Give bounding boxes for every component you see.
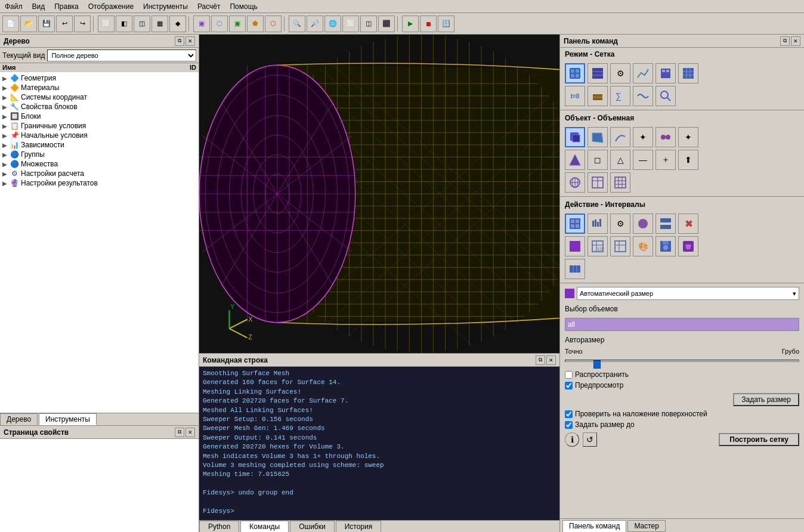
mode-btn-search[interactable] — [655, 86, 676, 106]
menu-edit[interactable]: Правка — [52, 1, 81, 12]
act-btn-3[interactable]: ⚙ — [610, 214, 630, 234]
tree-item-result-settings[interactable]: ▶ 🔮 Настройки результатов — [1, 178, 197, 188]
tree-item-geometry[interactable]: ▶ 🔷 Геометрия — [1, 73, 197, 83]
act-btn-4[interactable] — [633, 214, 653, 234]
expand-materials[interactable]: ▶ — [2, 85, 10, 91]
info-btn[interactable]: ℹ — [565, 432, 579, 447]
right-close-btn[interactable]: ✕ — [791, 36, 800, 46]
obj-btn-node[interactable]: ✦ — [678, 127, 698, 147]
tb-view3[interactable]: ◫ — [134, 16, 150, 32]
cmd-restore-btn[interactable]: ⧉ — [536, 355, 545, 365]
volume-input[interactable] — [565, 318, 799, 331]
build-mesh-btn[interactable]: Построить сетку — [719, 433, 799, 446]
mode-btn-calc[interactable] — [655, 63, 676, 83]
expand-result[interactable]: ▶ — [2, 180, 10, 187]
cmd-tab-errors[interactable]: Ошибки — [290, 521, 335, 532]
tb-box1[interactable]: ⬜ — [342, 16, 359, 32]
cmd-tab-history[interactable]: История — [336, 521, 382, 532]
tb-view4[interactable]: ▦ — [151, 16, 168, 32]
act-btn-grid2[interactable] — [610, 236, 630, 256]
tree-item-sets[interactable]: ▶ 🔵 Множества — [1, 159, 197, 169]
tb-zoom-in[interactable]: 🔍 — [289, 16, 305, 32]
obj-btn-table2[interactable] — [610, 172, 630, 193]
act-btn-purple[interactable] — [565, 236, 585, 256]
menu-help[interactable]: Помощь — [227, 1, 259, 12]
mode-btn-chart[interactable] — [633, 63, 653, 83]
tb-orbit[interactable]: 🌐 — [324, 16, 341, 32]
tree-restore-btn[interactable]: ⧉ — [175, 36, 184, 46]
obj-btn-web[interactable] — [565, 172, 585, 193]
tb-view2[interactable]: ◧ — [116, 16, 132, 32]
tb-mesh4[interactable]: ⬟ — [247, 16, 264, 32]
tb-redo[interactable]: ↪ — [74, 16, 91, 32]
autosize-dropdown[interactable]: Автоматический размер ▾ — [577, 287, 799, 300]
cb-sizeto-label[interactable]: Задать размер до — [575, 420, 635, 429]
act-btn-1[interactable] — [565, 214, 585, 234]
act-btn-2[interactable] — [587, 214, 608, 234]
slider-track[interactable] — [565, 356, 799, 366]
tree-item-dependencies[interactable]: ▶ 📊 Зависимости — [1, 140, 197, 150]
obj-btn-line[interactable]: ― — [633, 150, 653, 170]
cmd-content[interactable]: Smoothing Surface Mesh Generated 160 fac… — [199, 367, 559, 520]
tree-close-btn[interactable]: ✕ — [185, 36, 195, 46]
cb-preview[interactable] — [565, 382, 573, 389]
obj-btn-up[interactable]: ⬆ — [678, 150, 698, 170]
tb-mesh5[interactable]: ⬡ — [265, 16, 282, 32]
tb-run[interactable]: ▶ — [402, 16, 419, 32]
expand-block-props[interactable]: ▶ — [2, 104, 10, 110]
mode-btn-bar[interactable] — [587, 86, 608, 106]
mode-btn-formula[interactable]: ∑ — [610, 86, 630, 106]
tb-view5[interactable]: ◆ — [169, 16, 186, 32]
tree-item-coord[interactable]: ▶ 📐 Системы координат — [1, 92, 197, 102]
tb-mesh2[interactable]: ⬡ — [211, 16, 228, 32]
tb-num[interactable]: 🔢 — [438, 16, 454, 32]
cb-sizeto[interactable] — [565, 421, 573, 429]
expand-blocks[interactable]: ▶ — [2, 113, 10, 120]
cb-overlap[interactable] — [565, 410, 573, 418]
props-restore-btn[interactable]: ⧉ — [175, 428, 184, 437]
menu-tools[interactable]: Инструменты — [141, 1, 190, 12]
mode-btn-settings[interactable]: ⚙ — [610, 63, 630, 83]
set-size-btn[interactable]: Задать размер — [733, 393, 799, 406]
obj-btn-group[interactable] — [655, 127, 676, 147]
tb-zoom-out[interactable]: 🔎 — [307, 16, 323, 32]
expand-boundary[interactable]: ▶ — [2, 123, 10, 129]
tb-mesh1[interactable]: ▣ — [193, 16, 210, 32]
mode-btn-time[interactable]: t=0 — [565, 86, 585, 106]
tb-undo[interactable]: ↩ — [56, 16, 73, 32]
current-view-select[interactable]: Полное дерево — [47, 50, 196, 61]
expand-groups[interactable]: ▶ — [2, 151, 10, 158]
expand-geometry[interactable]: ▶ — [2, 75, 10, 82]
viewport-3d[interactable]: X Z Y — [199, 35, 559, 353]
mode-btn-mesh[interactable] — [565, 63, 585, 83]
tree-item-materials[interactable]: ▶ 🔶 Материалы — [1, 83, 197, 92]
tree-item-block-props[interactable]: ▶ 🔧 Свойства блоков — [1, 102, 197, 112]
menu-view[interactable]: Вид — [30, 1, 48, 12]
expand-initial[interactable]: ▶ — [2, 132, 10, 139]
right-tab-commands[interactable]: Панель команд — [562, 520, 626, 532]
obj-btn-rect[interactable]: ◻ — [587, 150, 608, 170]
cb-distribute[interactable] — [565, 371, 573, 379]
tree-item-groups[interactable]: ▶ 🔵 Группы — [1, 150, 197, 159]
cb-overlap-label[interactable]: Проверить на наложение поверхностей — [575, 410, 707, 418]
obj-btn-pyramid[interactable] — [565, 150, 585, 170]
tb-new[interactable]: 📄 — [2, 16, 19, 32]
tab-tree[interactable]: Дерево — [0, 413, 38, 425]
act-btn-x[interactable]: ✖ — [678, 214, 698, 234]
right-restore-btn[interactable]: ⧉ — [780, 36, 790, 46]
props-close-btn[interactable]: ✕ — [185, 428, 195, 437]
tab-tools[interactable]: Инструменты — [39, 413, 97, 425]
tree-item-blocks[interactable]: ▶ 🔲 Блоки — [1, 112, 197, 121]
obj-btn-plus[interactable]: ＋ — [655, 150, 676, 170]
tb-view1[interactable]: ⬜ — [98, 16, 115, 32]
obj-btn-surface[interactable] — [587, 127, 608, 147]
expand-coord[interactable]: ▶ — [2, 94, 10, 101]
cb-distribute-label[interactable]: Распространить — [575, 370, 629, 379]
act-btn-paint[interactable]: 🎨 — [633, 236, 653, 256]
mode-btn-wave[interactable] — [633, 86, 653, 106]
obj-btn-table1[interactable] — [587, 172, 608, 193]
expand-dep[interactable]: ▶ — [2, 142, 10, 149]
reset-btn[interactable]: ↺ — [583, 432, 597, 447]
menu-file[interactable]: Файл — [2, 1, 25, 12]
cb-preview-label[interactable]: Предпросмотр — [575, 381, 623, 389]
